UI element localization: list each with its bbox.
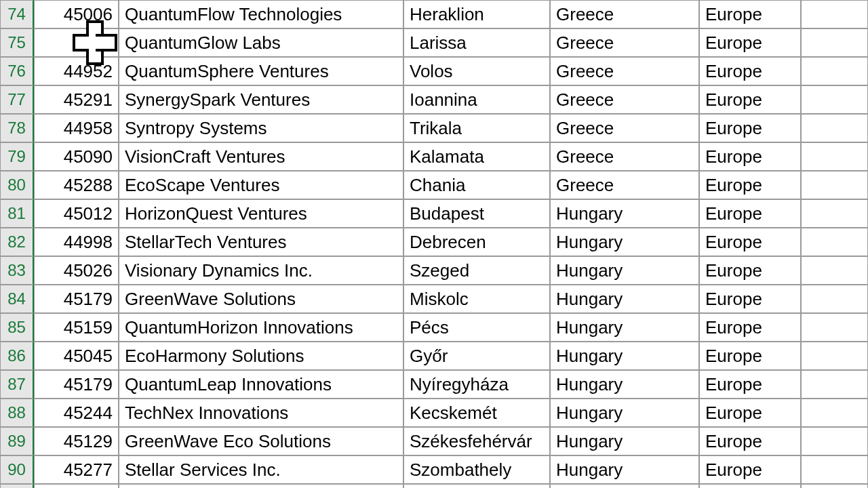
cell-country[interactable]: Hungary — [550, 256, 699, 285]
cell-extra[interactable] — [801, 484, 868, 488]
cell-region[interactable]: Europe — [699, 427, 801, 455]
cell-id[interactable]: 45291 — [34, 85, 119, 114]
cell-country[interactable]: Greece — [550, 142, 699, 171]
cell-company[interactable]: VisionCraft Ventures — [119, 142, 403, 171]
cell-extra[interactable] — [801, 28, 868, 57]
cell-company[interactable]: Syntropy Systems — [119, 114, 403, 142]
cell-extra[interactable] — [801, 313, 868, 342]
cell-company[interactable]: StellarTech Ventures — [119, 228, 403, 256]
cell-country[interactable]: Hungary — [550, 313, 699, 342]
cell-region[interactable]: Europe — [699, 0, 801, 28]
cell-extra[interactable] — [801, 142, 868, 171]
cell-country[interactable]: Hungary — [550, 399, 699, 427]
cell-region[interactable]: Europe — [699, 313, 801, 342]
cell-extra[interactable] — [801, 342, 868, 370]
row-header[interactable]: 76 — [0, 57, 34, 85]
cell-city[interactable]: Debrecen — [403, 228, 550, 256]
cell-country[interactable]: Greece — [550, 28, 699, 57]
cell-region[interactable]: Europe — [699, 85, 801, 114]
cell-region[interactable]: Europe — [699, 484, 801, 488]
cell-company[interactable]: QuantumLeap Innovations — [119, 370, 403, 399]
row-header[interactable]: 79 — [0, 142, 34, 171]
row-header[interactable]: 74 — [0, 0, 34, 28]
cell-country[interactable]: Hungary — [550, 228, 699, 256]
cell-city[interactable]: Kecskemét — [403, 399, 550, 427]
row-header[interactable]: 80 — [0, 171, 34, 199]
cell-extra[interactable] — [801, 114, 868, 142]
cell-extra[interactable] — [801, 85, 868, 114]
cell-city[interactable]: Chania — [403, 171, 550, 199]
cell-extra[interactable] — [801, 455, 868, 484]
cell-city[interactable]: Volos — [403, 57, 550, 85]
cell-region[interactable]: Europe — [699, 28, 801, 57]
cell-city[interactable]: Ioannina — [403, 85, 550, 114]
cell-extra[interactable] — [801, 427, 868, 455]
cell-company[interactable]: EcoHarmony Solutions — [119, 342, 403, 370]
row-header[interactable]: 86 — [0, 342, 34, 370]
cell-region[interactable]: Europe — [699, 57, 801, 85]
cell-id[interactable]: 44958 — [34, 114, 119, 142]
cell-extra[interactable] — [801, 285, 868, 313]
cell-extra[interactable] — [801, 0, 868, 28]
cell-id[interactable]: 45277 — [34, 455, 119, 484]
cell-country[interactable]: Hungary — [550, 285, 699, 313]
row-header[interactable]: 83 — [0, 256, 34, 285]
row-header[interactable]: 84 — [0, 285, 34, 313]
cell-id[interactable]: 45179 — [34, 285, 119, 313]
cell-city[interactable]: Reykjavik — [403, 484, 550, 488]
cell-extra[interactable] — [801, 199, 868, 228]
cell-company[interactable]: TechNex Innovations — [119, 399, 403, 427]
row-header[interactable]: 90 — [0, 455, 34, 484]
row-header[interactable]: 91 — [0, 484, 34, 488]
cell-country[interactable]: Hungary — [550, 199, 699, 228]
cell-company[interactable]: HorizonQuest Ventures — [119, 199, 403, 228]
cell-city[interactable]: Larissa — [403, 28, 550, 57]
cell-city[interactable]: Szeged — [403, 256, 550, 285]
cell-region[interactable]: Europe — [699, 256, 801, 285]
cell-region[interactable]: Europe — [699, 228, 801, 256]
cell-extra[interactable] — [801, 256, 868, 285]
cell-country[interactable]: Hungary — [550, 455, 699, 484]
spreadsheet-grid[interactable]: 7445006QuantumFlow TechnologiesHeraklion… — [0, 0, 868, 488]
cell-id[interactable]: 45012 — [34, 199, 119, 228]
cell-city[interactable]: Miskolc — [403, 285, 550, 313]
cell-country[interactable]: Greece — [550, 0, 699, 28]
cell-company[interactable]: QuantumHorizon Innovations — [119, 313, 403, 342]
row-header[interactable]: 78 — [0, 114, 34, 142]
cell-company[interactable]: SynergySpark Ventures — [119, 85, 403, 114]
cell-id[interactable]: 44952 — [34, 57, 119, 85]
cell-company[interactable]: Quantum Dynamics Labs — [119, 484, 403, 488]
cell-region[interactable]: Europe — [699, 370, 801, 399]
cell-country[interactable]: Greece — [550, 85, 699, 114]
cell-region[interactable]: Europe — [699, 455, 801, 484]
cell-city[interactable]: Heraklion — [403, 0, 550, 28]
cell-id[interactable]: 45090 — [34, 142, 119, 171]
cell-country[interactable]: Greece — [550, 114, 699, 142]
cell-region[interactable]: Europe — [699, 114, 801, 142]
cell-id[interactable]: 45026 — [34, 256, 119, 285]
cell-country[interactable]: Iceland — [550, 484, 699, 488]
cell-id[interactable]: 45179 — [34, 370, 119, 399]
cell-id[interactable]: 45288 — [34, 171, 119, 199]
cell-id[interactable]: 44998 — [34, 228, 119, 256]
cell-company[interactable]: Stellar Services Inc. — [119, 455, 403, 484]
cell-company[interactable]: QuantumFlow Technologies — [119, 0, 403, 28]
cell-id[interactable]: 45045 — [34, 342, 119, 370]
cell-city[interactable]: Nyíregyháza — [403, 370, 550, 399]
cell-city[interactable]: Budapest — [403, 199, 550, 228]
row-header[interactable]: 77 — [0, 85, 34, 114]
row-header[interactable]: 81 — [0, 199, 34, 228]
cell-extra[interactable] — [801, 57, 868, 85]
cell-region[interactable]: Europe — [699, 285, 801, 313]
cell-city[interactable]: Székesfehérvár — [403, 427, 550, 455]
cell-company[interactable]: Visionary Dynamics Inc. — [119, 256, 403, 285]
cell-city[interactable]: Szombathely — [403, 455, 550, 484]
row-header[interactable]: 82 — [0, 228, 34, 256]
cell-city[interactable]: Trikala — [403, 114, 550, 142]
cell-country[interactable]: Hungary — [550, 370, 699, 399]
cell-region[interactable]: Europe — [699, 342, 801, 370]
cell-extra[interactable] — [801, 228, 868, 256]
cell-city[interactable]: Kalamata — [403, 142, 550, 171]
cell-region[interactable]: Europe — [699, 399, 801, 427]
cell-region[interactable]: Europe — [699, 199, 801, 228]
